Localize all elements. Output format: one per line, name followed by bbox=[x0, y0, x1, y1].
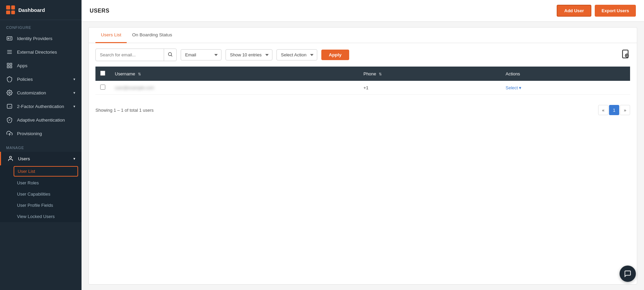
sidebar-item-label: External Directories bbox=[17, 50, 57, 55]
manage-section-label: Manage bbox=[0, 140, 82, 152]
sidebar-item-policies[interactable]: Policies ▾ bbox=[0, 72, 82, 86]
users-submenu: User List User Roles User Capabilities U… bbox=[0, 165, 82, 222]
row-actions-cell: Select ▾ bbox=[501, 81, 630, 95]
tab-users-list[interactable]: Users List bbox=[95, 28, 127, 43]
table-header-username: Username ⇅ bbox=[110, 67, 359, 81]
toolbar: Email Username Phone Show 10 entries Sho… bbox=[89, 43, 637, 67]
tabs-bar: Users List On Boarding Status bbox=[89, 28, 637, 43]
add-user-icon[interactable] bbox=[621, 49, 630, 61]
action-select[interactable]: Select Action Delete Disable bbox=[276, 49, 317, 60]
svg-point-1 bbox=[8, 38, 9, 39]
export-users-button[interactable]: Export Users bbox=[595, 5, 636, 17]
show-entries-select[interactable]: Show 10 entries Show 25 entries Show 50 … bbox=[226, 49, 272, 60]
sidebar-subitem-view-locked-users[interactable]: View Locked Users bbox=[0, 211, 82, 222]
sidebar-subitem-user-capabilities[interactable]: User Capabilities bbox=[0, 188, 82, 200]
search-button[interactable] bbox=[164, 49, 176, 61]
sidebar-subitem-user-roles[interactable]: User Roles bbox=[0, 177, 82, 188]
apps-icon bbox=[6, 62, 13, 69]
select-all-checkbox[interactable] bbox=[100, 71, 105, 76]
sidebar-item-external-directories[interactable]: External Directories bbox=[0, 45, 82, 59]
sidebar: Dashboard Configure Identity Providers E… bbox=[0, 0, 82, 290]
dashboard-icon bbox=[6, 5, 15, 14]
shield-check-icon bbox=[6, 116, 13, 123]
search-wrapper bbox=[95, 49, 177, 61]
showing-text: Showing 1 – 1 of total 1 users bbox=[95, 108, 154, 113]
username-value: user@example.com bbox=[115, 85, 154, 90]
sidebar-item-provisioning[interactable]: Provisioning bbox=[0, 127, 82, 140]
phone-col-label: Phone bbox=[363, 71, 376, 76]
sort-icon-phone[interactable]: ⇅ bbox=[379, 72, 382, 76]
sub-item-label: View Locked Users bbox=[17, 214, 55, 219]
pagination-next[interactable]: » bbox=[620, 105, 630, 115]
main-content: USERS Add User Export Users Users List O… bbox=[82, 0, 644, 290]
users-table: Username ⇅ Phone ⇅ Actions bbox=[95, 67, 630, 95]
sidebar-item-adaptive-auth[interactable]: Adaptive Authentication bbox=[0, 113, 82, 127]
table-row: user@example.com +1 Select ▾ bbox=[95, 81, 630, 95]
header-buttons: Add User Export Users bbox=[557, 5, 636, 17]
sub-item-label: User List bbox=[18, 169, 35, 174]
sidebar-item-2fa[interactable]: 2-Factor Authentication ▾ bbox=[0, 99, 82, 113]
table-header-actions: Actions bbox=[501, 67, 630, 81]
pagination: « 1 » bbox=[598, 105, 630, 115]
sidebar-logo-text: Dashboard bbox=[18, 7, 45, 13]
table-header-phone: Phone ⇅ bbox=[359, 67, 501, 81]
email-filter-select[interactable]: Email Username Phone bbox=[181, 49, 221, 60]
sidebar-item-label: 2-Factor Authentication bbox=[17, 104, 64, 109]
sidebar-item-label: Customization bbox=[17, 90, 46, 95]
sidebar-subitem-user-list[interactable]: User List bbox=[14, 166, 78, 177]
sidebar-item-label: Provisioning bbox=[17, 131, 42, 136]
list-icon bbox=[6, 49, 13, 55]
chevron-down-icon: ▾ bbox=[73, 91, 75, 95]
svg-line-21 bbox=[171, 55, 172, 56]
sidebar-logo[interactable]: Dashboard bbox=[0, 0, 82, 20]
tab-on-boarding-status[interactable]: On Boarding Status bbox=[127, 28, 178, 43]
pagination-prev[interactable]: « bbox=[598, 105, 608, 115]
sub-item-label: User Profile Fields bbox=[17, 203, 53, 208]
sidebar-item-label: Policies bbox=[17, 77, 33, 82]
chevron-down-icon: ▾ bbox=[73, 77, 75, 81]
svg-point-19 bbox=[10, 156, 12, 158]
pagination-row: Showing 1 – 1 of total 1 users « 1 » bbox=[89, 102, 637, 117]
svg-point-11 bbox=[9, 92, 11, 94]
svg-rect-9 bbox=[7, 66, 9, 68]
chevron-down-icon: ▾ bbox=[73, 104, 75, 109]
content-area: Users List On Boarding Status Email User… bbox=[88, 27, 637, 285]
page-header: USERS Add User Export Users bbox=[82, 0, 644, 22]
phone-value: +1 bbox=[363, 85, 369, 90]
shield-icon bbox=[6, 76, 13, 83]
username-col-label: Username bbox=[115, 71, 135, 76]
users-table-wrap: Username ⇅ Phone ⇅ Actions bbox=[89, 67, 637, 102]
user-icon bbox=[7, 155, 14, 162]
svg-rect-7 bbox=[7, 63, 9, 65]
svg-point-20 bbox=[168, 53, 172, 56]
sub-item-label: User Capabilities bbox=[17, 192, 50, 197]
configure-section-label: Configure bbox=[0, 20, 82, 32]
sort-icon-username[interactable]: ⇅ bbox=[138, 72, 141, 76]
row-check-cell bbox=[95, 81, 110, 95]
cloud-icon bbox=[6, 130, 13, 137]
sidebar-item-identity-providers[interactable]: Identity Providers bbox=[0, 32, 82, 45]
sidebar-item-label: Adaptive Authentication bbox=[17, 117, 65, 123]
sidebar-item-apps[interactable]: Apps bbox=[0, 59, 82, 72]
sidebar-item-users[interactable]: Users ▾ bbox=[0, 152, 82, 165]
pagination-page-1[interactable]: 1 bbox=[609, 105, 619, 115]
sidebar-item-label: Identity Providers bbox=[17, 36, 52, 41]
sidebar-item-label: Apps bbox=[17, 63, 28, 68]
sub-item-label: User Roles bbox=[17, 180, 39, 185]
chevron-down-icon: ▾ bbox=[73, 157, 75, 161]
sidebar-subitem-user-profile-fields[interactable]: User Profile Fields bbox=[0, 200, 82, 211]
row-phone-cell: +1 bbox=[359, 81, 501, 95]
key-icon bbox=[6, 103, 13, 110]
search-input[interactable] bbox=[96, 50, 164, 60]
row-select-action[interactable]: Select ▾ bbox=[505, 85, 521, 90]
sidebar-item-customization[interactable]: Customization ▾ bbox=[0, 86, 82, 99]
row-checkbox[interactable] bbox=[100, 85, 105, 90]
svg-rect-12 bbox=[7, 104, 12, 108]
row-username-cell: user@example.com bbox=[110, 81, 359, 95]
table-header-check bbox=[95, 67, 110, 81]
apply-button[interactable]: Apply bbox=[321, 50, 349, 60]
sidebar-item-label: Users bbox=[18, 156, 30, 161]
add-user-button[interactable]: Add User bbox=[557, 5, 591, 17]
id-card-icon bbox=[6, 35, 13, 42]
chat-fab-button[interactable] bbox=[620, 266, 636, 282]
